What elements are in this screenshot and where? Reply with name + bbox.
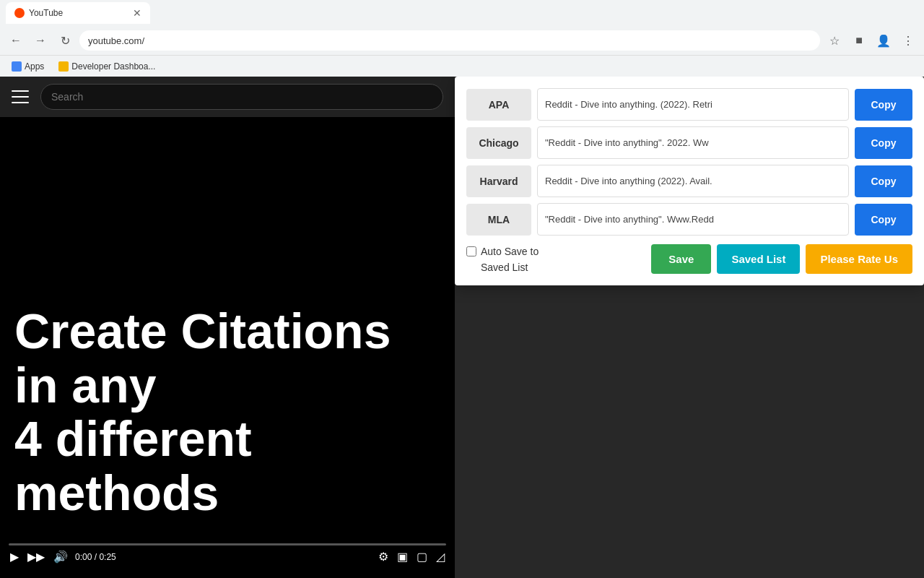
hamburger-line-3: [12, 102, 29, 103]
controls-row: ▶ ▶▶ 🔊 0:00 / 0:25 ⚙ ▣ ▢ ◿: [9, 548, 446, 565]
youtube-search-input[interactable]: [51, 91, 432, 103]
save-button[interactable]: Save: [651, 244, 711, 274]
address-input[interactable]: [79, 30, 820, 51]
profile-button[interactable]: 👤: [873, 30, 894, 51]
miniplayer-button[interactable]: ▣: [396, 548, 409, 565]
copy-button-harvard[interactable]: Copy: [855, 165, 912, 197]
back-button[interactable]: ←: [6, 30, 26, 51]
citation-text-apa: Reddit - Dive into anything. (2022). Ret…: [537, 88, 849, 121]
volume-button[interactable]: 🔊: [52, 548, 69, 565]
chrome-tab-bar: YouTube ✕: [0, 0, 924, 26]
citation-row-harvard: Harvard Reddit - Dive into anything (202…: [466, 165, 912, 197]
hamburger-line-1: [12, 90, 29, 92]
auto-save-text2: Saved List: [466, 262, 528, 273]
citation-row-mla: MLA "Reddit - Dive into anything". Www.R…: [466, 203, 912, 236]
video-text-line2: 4 different methods: [14, 412, 440, 520]
auto-save-checkbox[interactable]: [466, 246, 476, 256]
citation-label-apa: APA: [466, 89, 531, 121]
progress-bar[interactable]: [9, 543, 446, 545]
tab-close-button[interactable]: ✕: [133, 7, 141, 19]
copy-button-mla[interactable]: Copy: [855, 204, 912, 236]
bottom-actions: Auto Save to Saved List Save Saved List …: [466, 244, 912, 274]
developer-icon: [58, 61, 69, 72]
hamburger-line-2: [12, 96, 29, 98]
citation-text-chicago: "Reddit - Dive into anything". 2022. Ww: [537, 126, 849, 159]
active-tab[interactable]: YouTube ✕: [6, 2, 150, 24]
apps-icon: [12, 61, 22, 72]
forward-button[interactable]: →: [30, 30, 51, 51]
bookmark-developer[interactable]: Developer Dashboa...: [53, 60, 161, 73]
video-area: Create Citations in any 4 different meth…: [0, 117, 455, 578]
citation-label-harvard: Harvard: [466, 165, 531, 197]
address-bar-row: ← → ↻ ☆ ■ 👤 ⋮: [0, 26, 924, 55]
tab-favicon: [14, 8, 25, 18]
play-button[interactable]: ▶: [9, 548, 20, 565]
extensions-button[interactable]: ■: [849, 30, 869, 51]
main-content: Create Citations in any 4 different meth…: [0, 77, 924, 578]
youtube-top-bar: [0, 77, 455, 117]
copy-button-apa[interactable]: Copy: [855, 89, 912, 121]
theater-button[interactable]: ▢: [415, 548, 429, 565]
citation-text-harvard: Reddit - Dive into anything (2022). Avai…: [537, 165, 849, 197]
citation-row-apa: APA Reddit - Dive into anything. (2022).…: [466, 88, 912, 121]
citation-panel: APA Reddit - Dive into anything. (2022).…: [455, 77, 924, 285]
settings-button[interactable]: ⚙: [377, 548, 390, 565]
video-overlay-text: Create Citations in any 4 different meth…: [14, 304, 440, 520]
video-controls: ▶ ▶▶ 🔊 0:00 / 0:25 ⚙ ▣ ▢ ◿: [0, 540, 455, 578]
bookmark-button[interactable]: ☆: [824, 30, 845, 51]
bookmark-apps[interactable]: Apps: [6, 60, 50, 73]
bookmark-developer-label: Developer Dashboa...: [71, 61, 155, 72]
auto-save-text1: Auto Save to: [481, 246, 539, 257]
youtube-panel: Create Citations in any 4 different meth…: [0, 77, 455, 578]
time-display: 0:00 / 0:25: [75, 552, 116, 562]
citation-label-mla: MLA: [466, 204, 531, 236]
time-total: 0:25: [99, 552, 116, 562]
time-current: 0:00: [75, 552, 92, 562]
rate-us-button[interactable]: Please Rate Us: [806, 244, 912, 274]
skip-button[interactable]: ▶▶: [26, 548, 46, 565]
citation-label-chicago: Chicago: [466, 127, 531, 159]
citation-row-chicago: Chicago "Reddit - Dive into anything". 2…: [466, 126, 912, 159]
reload-button[interactable]: ↻: [55, 30, 75, 51]
auto-save-label[interactable]: Auto Save to Saved List: [466, 246, 539, 273]
tab-title: YouTube: [29, 8, 63, 18]
action-buttons: Save Saved List Please Rate Us: [651, 244, 912, 274]
fullscreen-button[interactable]: ◿: [435, 548, 446, 565]
hamburger-menu[interactable]: [12, 90, 29, 103]
citation-text-mla: "Reddit - Dive into anything". Www.Redd: [537, 203, 849, 236]
bookmark-apps-label: Apps: [25, 61, 44, 72]
youtube-search-bar[interactable]: [40, 84, 443, 110]
menu-button[interactable]: ⋮: [898, 30, 918, 51]
bookmarks-bar: Apps Developer Dashboa...: [0, 55, 924, 77]
video-text-line1: Create Citations in any: [14, 304, 440, 413]
auto-save-row: Auto Save to: [466, 246, 539, 257]
saved-list-button[interactable]: Saved List: [717, 244, 800, 274]
copy-button-chicago[interactable]: Copy: [855, 127, 912, 159]
